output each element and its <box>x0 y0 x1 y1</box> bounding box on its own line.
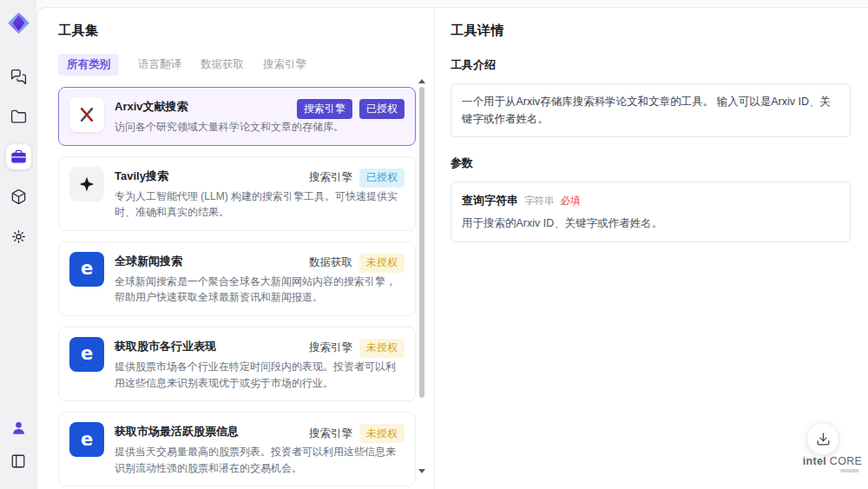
panel-toggle-button[interactable] <box>6 448 31 473</box>
arxiv-icon <box>69 97 104 132</box>
folder-icon <box>10 109 27 125</box>
category-badge: 搜索引擎 <box>297 99 352 119</box>
tool-card-list: Arxiv文献搜索 访问各个研究领域大量科学论文和文章的存储库。 搜索引擎 已授… <box>58 87 416 489</box>
user-avatar[interactable] <box>6 415 31 440</box>
tool-card-active-stocks[interactable]: e 获取市场最活跃股票信息 提供当天交易量最高的股票列表。投资者可以利用这些信息… <box>58 412 416 486</box>
tab-data-fetch[interactable]: 数据获取 <box>201 54 244 76</box>
tool-intro-box: 一个用于从Arxiv存储库搜索科学论文和文章的工具。 输入可以是Arxiv ID… <box>450 83 851 137</box>
tool-description: 专为人工智能代理 (LLM) 构建的搜索引擎工具。可快速提供实时、准确和真实的结… <box>115 188 404 221</box>
sidebar-nav <box>6 64 31 249</box>
tool-card-arxiv[interactable]: Arxiv文献搜索 访问各个研究领域大量科学论文和文章的存储库。 搜索引擎 已授… <box>58 87 416 146</box>
sidebar-item-settings[interactable] <box>6 224 31 249</box>
tool-badges: 搜索引擎 未授权 <box>309 339 404 358</box>
scrollbar-thumb[interactable] <box>419 87 424 398</box>
tool-description: 提供当天交易量最高的股票列表。投资者可以利用这些信息来识别流动性强的股票和潜在的… <box>115 444 404 476</box>
category-label: 搜索引擎 <box>309 340 352 355</box>
sidebar <box>0 0 36 489</box>
sidebar-item-files[interactable] <box>6 104 31 129</box>
detail-panel-title: 工具详情 <box>450 23 851 39</box>
tool-list-panel: 工具集 所有类别 语言翻译 数据获取 搜索引擎 Arxiv文献搜索 <box>37 8 435 489</box>
status-badge: 未授权 <box>359 424 404 443</box>
scroll-up-arrow[interactable] <box>418 79 425 83</box>
tab-all-categories[interactable]: 所有类别 <box>58 54 119 76</box>
param-type: 字符串 <box>524 195 555 208</box>
tavily-icon <box>69 167 104 202</box>
stock-sector-icon: e <box>69 337 104 372</box>
tool-description: 提供股票市场各个行业在特定时间段内的表现。投资者可以利用这些信息来识别表现优于或… <box>115 359 404 391</box>
toolbox-icon <box>10 149 27 165</box>
user-icon <box>10 420 27 436</box>
tool-card-tavily[interactable]: Tavily搜索 专为人工智能代理 (LLM) 构建的搜索引擎工具。可快速提供实… <box>58 156 416 231</box>
tool-description: 全球新闻搜索是一个聚合全球各大新闻网站内容的搜索引擎，帮助用户快速获取全球最新资… <box>115 274 404 306</box>
category-label: 搜索引擎 <box>309 426 352 441</box>
status-badge: 已授权 <box>359 169 404 188</box>
param-name: 查询字符串 <box>462 193 518 208</box>
sidebar-item-chat[interactable] <box>6 64 31 89</box>
param-header: 查询字符串 字符串 必填 <box>462 193 839 208</box>
intel-core-logo-text: intel CORE <box>802 455 863 467</box>
download-icon <box>816 432 831 446</box>
intel-logo-subbar <box>840 469 859 472</box>
main-content: 工具集 所有类别 语言翻译 数据获取 搜索引擎 Arxiv文献搜索 <box>36 7 868 489</box>
sidebar-item-tools[interactable] <box>6 144 31 169</box>
param-description: 用于搜索的Arxiv ID、关键字或作者姓名。 <box>462 216 839 231</box>
tool-badges: 数据获取 未授权 <box>309 254 404 273</box>
news-search-icon: e <box>69 252 104 287</box>
category-label: 搜索引擎 <box>309 170 352 185</box>
tab-search-engine[interactable]: 搜索引擎 <box>263 54 306 76</box>
status-badge: 未授权 <box>359 254 404 273</box>
category-tabs: 所有类别 语言翻译 数据获取 搜索引擎 <box>58 54 434 76</box>
panel-left-icon <box>10 453 26 469</box>
sidebar-bottom <box>6 415 31 473</box>
tool-detail-panel: 工具详情 工具介绍 一个用于从Arxiv存储库搜索科学论文和文章的工具。 输入可… <box>435 8 868 489</box>
download-button[interactable] <box>806 422 839 455</box>
tool-card-sector-performance[interactable]: e 获取股市各行业表现 提供股票市场各个行业在特定时间段内的表现。投资者可以利用… <box>58 327 416 401</box>
tool-badges: 搜索引擎 已授权 <box>297 99 404 119</box>
sidebar-item-packages[interactable] <box>6 184 31 209</box>
chat-icon <box>10 69 27 85</box>
intro-section-title: 工具介绍 <box>450 57 851 73</box>
tool-description: 访问各个研究领域大量科学论文和文章的存储库。 <box>115 119 404 135</box>
category-label: 数据获取 <box>309 255 352 270</box>
gear-icon <box>10 228 27 245</box>
intel-core-logo: intel CORE <box>802 455 863 472</box>
active-stocks-icon: e <box>69 422 104 457</box>
list-scrollbar[interactable] <box>418 79 425 482</box>
scroll-down-arrow[interactable] <box>418 469 425 473</box>
params-section-title: 参数 <box>450 155 851 171</box>
tool-card-global-news[interactable]: e 全球新闻搜索 全球新闻搜索是一个聚合全球各大新闻网站内容的搜索引擎，帮助用户… <box>58 241 416 316</box>
page-title: 工具集 <box>58 23 434 39</box>
tool-badges: 搜索引擎 已授权 <box>309 169 404 188</box>
tool-badges: 搜索引擎 未授权 <box>309 424 404 443</box>
param-required-flag: 必填 <box>561 195 581 208</box>
tab-language-translation[interactable]: 语言翻译 <box>138 54 181 76</box>
package-icon <box>10 188 27 205</box>
status-badge: 未授权 <box>359 339 404 358</box>
param-box: 查询字符串 字符串 必填 用于搜索的Arxiv ID、关键字或作者姓名。 <box>450 182 851 242</box>
app-logo-icon <box>7 11 30 35</box>
app-window: 工具集 所有类别 语言翻译 数据获取 搜索引擎 Arxiv文献搜索 <box>0 0 868 489</box>
status-badge: 已授权 <box>359 99 404 119</box>
